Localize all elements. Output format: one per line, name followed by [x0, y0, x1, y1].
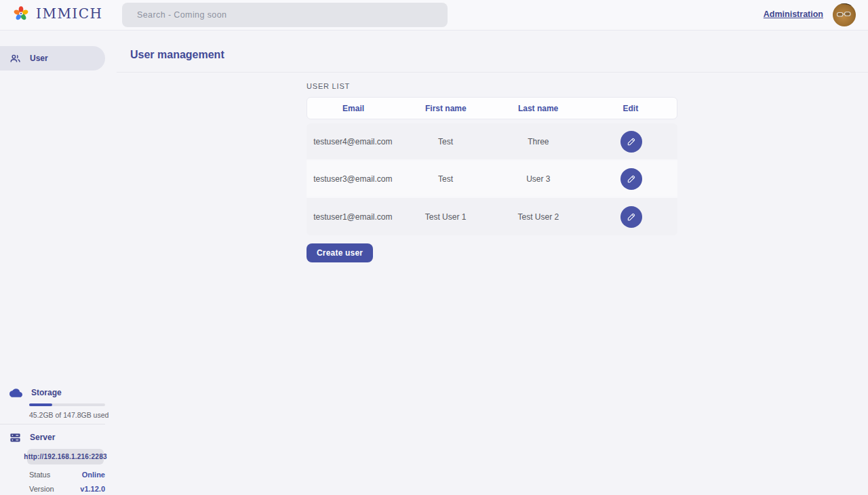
immich-flower-icon [12, 5, 30, 22]
pencil-icon [627, 137, 636, 146]
server-icon [9, 432, 21, 443]
storage-panel: Storage 45.2GB of 147.8GB used [0, 387, 117, 419]
storage-usage-label: 45.2GB of 147.8GB used [29, 411, 117, 419]
column-header-last-name: Last name [492, 104, 585, 113]
cell-first-name: Test [399, 174, 492, 184]
server-status-row: Status Online [29, 471, 105, 479]
avatar[interactable] [832, 3, 856, 27]
title-divider [117, 72, 868, 73]
status-label: Status [29, 471, 50, 479]
cell-first-name: Test [399, 137, 492, 146]
sidebar-item-user[interactable]: User [0, 46, 105, 71]
server-title: Server [30, 433, 55, 442]
sidebar-divider [0, 424, 105, 424]
sidebar: User Storage 45.2GB of 147.8GB used [0, 31, 117, 495]
main-content: User management USER LIST Email First na… [117, 31, 868, 495]
storage-progress-fill [29, 403, 52, 406]
column-header-edit: Edit [585, 104, 677, 113]
edit-user-button[interactable] [620, 131, 642, 153]
cloud-icon [9, 387, 22, 399]
table-header-row: Email First name Last name Edit [307, 97, 677, 119]
version-label: Version [29, 485, 54, 493]
cell-last-name: User 3 [492, 174, 585, 184]
server-url-chip: http://192.168.1.216:2283 [27, 449, 104, 464]
create-user-button[interactable]: Create user [307, 243, 373, 262]
server-version-row: Version v1.12.0 [29, 485, 105, 493]
cell-email: testuser1@email.com [307, 212, 399, 222]
sidebar-item-label: User [30, 54, 48, 63]
version-value: v1.12.0 [80, 485, 105, 493]
edit-user-button[interactable] [620, 206, 642, 228]
app-header: IMMICH Administration [0, 0, 868, 31]
cell-last-name: Test User 2 [492, 212, 585, 222]
user-table: testuser4@email.com Test Three [307, 123, 677, 235]
status-value: Online [82, 471, 105, 479]
cell-email: testuser3@email.com [307, 174, 399, 184]
table-row: testuser3@email.com Test User 3 [307, 161, 677, 198]
edit-user-button[interactable] [620, 168, 642, 190]
page-title: User management [130, 48, 868, 61]
administration-link[interactable]: Administration [764, 9, 823, 19]
column-header-email: Email [307, 104, 399, 113]
storage-title: Storage [31, 388, 62, 397]
pencil-icon [627, 174, 636, 184]
table-row: testuser1@email.com Test User 1 Test Use… [307, 198, 677, 235]
pencil-icon [627, 212, 636, 222]
server-panel: Server http://192.168.1.216:2283 Status … [0, 431, 117, 493]
users-icon [9, 53, 21, 64]
table-row: testuser4@email.com Test Three [307, 123, 677, 161]
immich-logo: IMMICH [12, 5, 103, 22]
cell-email: testuser4@email.com [307, 137, 399, 146]
section-label: USER LIST [307, 82, 677, 90]
column-header-first-name: First name [399, 104, 492, 113]
search-input[interactable] [122, 3, 448, 27]
cell-first-name: Test User 1 [399, 212, 492, 222]
logo-text: IMMICH [36, 5, 103, 22]
storage-progress-track [29, 403, 105, 406]
cell-last-name: Three [492, 137, 585, 146]
